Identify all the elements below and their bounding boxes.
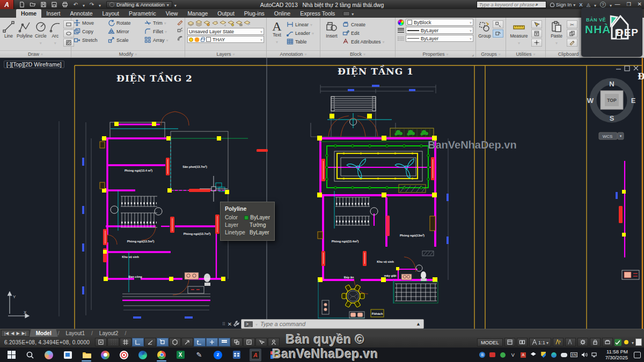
annotation-visibility-button[interactable] bbox=[553, 338, 564, 346]
paint-app[interactable] bbox=[99, 349, 111, 361]
autodesk360-icon[interactable]: ◬ bbox=[587, 2, 590, 8]
panel-label-groups[interactable]: Groups bbox=[476, 50, 506, 57]
layer-unlock-icon[interactable] bbox=[201, 39, 204, 42]
array-button[interactable]: Array bbox=[144, 36, 172, 44]
pen-app[interactable]: ✎ bbox=[193, 349, 205, 361]
offset-button[interactable] bbox=[177, 35, 183, 42]
tab-annotate[interactable]: Annotate bbox=[65, 9, 97, 18]
trim-button[interactable]: Trim bbox=[144, 19, 172, 27]
layer-dropdown[interactable]: THAY bbox=[187, 36, 264, 43]
workspace-gear-button[interactable] bbox=[577, 338, 588, 346]
status-tray-caret-icon[interactable] bbox=[632, 339, 634, 345]
drawing-canvas[interactable]: ĐIỆN TẦNG 2 bbox=[0, 58, 644, 329]
adobe-tray-icon[interactable]: A bbox=[519, 351, 527, 359]
cube-top-face[interactable]: TOP bbox=[607, 98, 617, 103]
command-line[interactable]: ⠿ ✕ >_ Type a command ▲ bbox=[222, 319, 424, 329]
quick-view-layouts-button[interactable] bbox=[504, 338, 515, 346]
leader-button[interactable]: Leader bbox=[287, 29, 314, 37]
chrome-browser[interactable] bbox=[156, 349, 167, 361]
hardware-acceleration-icon[interactable] bbox=[602, 338, 613, 346]
rotate-button[interactable]: Rotate bbox=[108, 19, 143, 27]
close-button[interactable] bbox=[638, 1, 642, 7]
help-search[interactable]: ⌕ bbox=[477, 1, 546, 8]
quick-properties-toggle[interactable] bbox=[243, 338, 255, 346]
tab-parametric[interactable]: Parametric bbox=[124, 9, 161, 18]
layer-state-dropdown[interactable]: Unsaved Layer State bbox=[187, 28, 264, 35]
tab-layout[interactable]: Layout bbox=[98, 9, 125, 18]
zalo-app[interactable]: Z bbox=[212, 349, 224, 361]
erase-button[interactable] bbox=[177, 19, 183, 26]
tab-insert[interactable]: Insert bbox=[41, 9, 65, 18]
mirror-button[interactable]: Mirror bbox=[108, 27, 143, 35]
tab-output[interactable]: Output bbox=[213, 9, 239, 18]
scale-button[interactable]: Scale bbox=[108, 36, 143, 44]
measure-button[interactable]: Measure bbox=[508, 19, 530, 50]
move-button[interactable]: Move bbox=[74, 19, 107, 27]
panel-label-layers[interactable]: Layers bbox=[185, 50, 266, 57]
undo-icon[interactable]: ↶ bbox=[72, 2, 79, 8]
ungroup-button[interactable] bbox=[493, 20, 503, 28]
edit-block-button[interactable]: Edit bbox=[342, 29, 385, 37]
layer-freeze-icon[interactable] bbox=[219, 20, 226, 26]
toolbar-lock-button[interactable] bbox=[590, 338, 601, 346]
cube-east[interactable]: S bbox=[610, 114, 614, 122]
sync-status-icon[interactable] bbox=[614, 339, 621, 346]
panel-label-properties[interactable]: Properties⌟ bbox=[396, 50, 475, 57]
arc-button[interactable]: Arc bbox=[49, 19, 62, 50]
linear-dim-button[interactable]: Linear bbox=[287, 20, 314, 28]
search-input[interactable] bbox=[479, 2, 536, 8]
lineweight-icon[interactable] bbox=[398, 28, 404, 33]
linetype-dropdown[interactable]: ByLayer bbox=[406, 35, 473, 42]
model-space-button[interactable]: MODEL bbox=[477, 338, 503, 346]
minimize-button[interactable] bbox=[615, 1, 620, 7]
autocad-app-taskbar[interactable]: A bbox=[250, 349, 261, 361]
workspace-switcher[interactable]: Drafting & Annotation bbox=[106, 1, 172, 8]
cut-button[interactable]: ✂ bbox=[567, 20, 577, 28]
sign-in-button[interactable]: Sign In bbox=[550, 2, 576, 8]
microsoft-store-app[interactable] bbox=[62, 349, 74, 361]
quick-calc-button[interactable] bbox=[531, 29, 542, 38]
panel-label-block[interactable]: Block bbox=[320, 50, 395, 57]
linetype-icon[interactable] bbox=[398, 36, 404, 41]
language-indicator[interactable]: EN bbox=[570, 351, 578, 359]
layer-on-bulb-icon[interactable] bbox=[189, 38, 193, 42]
panel-label-draw[interactable]: Draw bbox=[0, 50, 71, 57]
command-placeholder[interactable]: Type a command bbox=[260, 321, 413, 327]
ortho-mode-toggle[interactable] bbox=[132, 338, 144, 346]
annotation-scale-button[interactable]: 1:1 bbox=[529, 338, 551, 346]
edit-attributes-button[interactable]: Edit Attributes bbox=[342, 38, 385, 46]
transparency-toggle[interactable] bbox=[231, 338, 243, 346]
quick-view-drawings-button[interactable] bbox=[517, 338, 528, 346]
panel-label-modify[interactable]: Modify bbox=[71, 50, 185, 57]
tab-layout2[interactable]: Layout2 bbox=[93, 329, 125, 337]
layer-properties-icon[interactable] bbox=[187, 20, 194, 26]
onedrive-tray-icon[interactable] bbox=[560, 351, 568, 359]
dynamic-ucs-toggle[interactable] bbox=[194, 338, 206, 346]
create-block-button[interactable]: Create bbox=[342, 20, 385, 28]
edge-tray-icon[interactable] bbox=[550, 351, 558, 359]
selection-cycling-toggle[interactable] bbox=[255, 338, 267, 346]
calculator-app[interactable] bbox=[231, 349, 243, 361]
layer-match-icon[interactable] bbox=[244, 20, 251, 26]
tab-home[interactable]: Home bbox=[16, 9, 41, 18]
taskbar-clock[interactable]: 11:58 PM 7/30/2025 bbox=[601, 349, 631, 361]
object-color-dropdown[interactable]: ByBlock bbox=[406, 19, 473, 26]
tab-plugins[interactable]: Plug-ins bbox=[239, 9, 269, 18]
file-explorer-app[interactable] bbox=[80, 349, 92, 361]
viewport-label[interactable]: [-][Top][2D Wireframe] bbox=[4, 61, 64, 68]
3d-object-snap-toggle[interactable] bbox=[169, 338, 181, 346]
layer-color-swatch[interactable] bbox=[206, 37, 211, 42]
tab-layout1[interactable]: Layout1 bbox=[59, 329, 91, 337]
object-snap-tracking-toggle[interactable] bbox=[181, 338, 193, 346]
bluetooth-tray-icon[interactable]: B bbox=[479, 351, 486, 359]
green-app-tray-icon[interactable] bbox=[499, 351, 507, 359]
snap-mode-toggle[interactable] bbox=[107, 338, 119, 346]
annotation-monitor-toggle[interactable] bbox=[268, 338, 280, 346]
spiral-app[interactable] bbox=[118, 349, 130, 361]
stretch-button[interactable]: Stretch bbox=[74, 36, 107, 44]
layer-isolate-icon[interactable] bbox=[203, 20, 210, 26]
dropbox-tray-icon[interactable] bbox=[530, 351, 537, 359]
lineweight-dropdown[interactable]: ByLayer bbox=[406, 27, 473, 34]
undo-caret-icon[interactable] bbox=[83, 2, 85, 8]
command-customize-wrench-icon[interactable] bbox=[233, 321, 239, 328]
